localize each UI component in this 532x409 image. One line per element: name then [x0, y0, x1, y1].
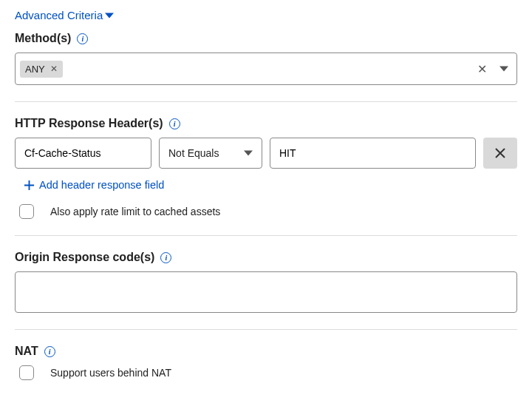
nat-checkbox-label: Support users behind NAT	[50, 367, 171, 379]
header-value-input[interactable]	[270, 138, 476, 169]
nat-checkbox[interactable]	[19, 365, 34, 380]
methods-multiselect[interactable]: ANY ✕ ✕	[15, 53, 517, 85]
nat-section: NAT i Support users behind NAT	[15, 345, 517, 380]
nat-label-row: NAT i	[15, 345, 517, 358]
info-icon[interactable]: i	[44, 346, 55, 357]
methods-section: Method(s) i ANY ✕ ✕	[15, 32, 517, 85]
header-name-input[interactable]	[15, 138, 151, 169]
http-headers-label-row: HTTP Response Header(s) i	[15, 117, 517, 130]
method-tag-label: ANY	[25, 64, 45, 75]
info-icon[interactable]: i	[169, 118, 180, 129]
delete-header-row-button[interactable]	[483, 138, 517, 169]
remove-tag-icon[interactable]: ✕	[50, 64, 58, 74]
http-headers-section: HTTP Response Header(s) i Not Equals Add…	[15, 117, 517, 219]
info-icon[interactable]: i	[160, 252, 171, 263]
caret-down-icon	[499, 64, 508, 73]
origin-codes-section: Origin Response code(s) i	[15, 251, 517, 313]
info-icon[interactable]: i	[77, 33, 88, 44]
caret-down-icon	[244, 149, 253, 158]
header-rule-row: Not Equals	[15, 138, 517, 169]
cached-assets-row: Also apply rate limit to cached assets	[15, 204, 517, 219]
divider	[15, 101, 517, 102]
caret-down-icon	[105, 11, 114, 20]
add-header-field-label: Add header response field	[39, 179, 164, 191]
divider	[15, 235, 517, 236]
cached-assets-checkbox[interactable]	[19, 204, 34, 219]
origin-codes-label-row: Origin Response code(s) i	[15, 251, 517, 264]
origin-codes-input[interactable]	[15, 271, 517, 313]
cached-assets-label: Also apply rate limit to cached assets	[50, 206, 220, 217]
header-operator-value: Not Equals	[168, 147, 219, 159]
clear-all-icon[interactable]: ✕	[473, 62, 491, 76]
advanced-criteria-label: Advanced Criteria	[15, 9, 103, 21]
add-header-field-link[interactable]: Add header response field	[24, 179, 164, 191]
header-operator-select[interactable]: Not Equals	[159, 138, 262, 169]
nat-label: NAT	[15, 345, 38, 358]
http-headers-label: HTTP Response Header(s)	[15, 117, 163, 130]
methods-dropdown-caret[interactable]	[496, 64, 512, 73]
close-icon	[494, 147, 506, 159]
methods-label: Method(s)	[15, 32, 71, 45]
advanced-criteria-toggle[interactable]: Advanced Criteria	[15, 9, 114, 21]
nat-checkbox-row: Support users behind NAT	[15, 365, 517, 380]
divider	[15, 329, 517, 330]
method-tag: ANY ✕	[20, 61, 63, 78]
origin-codes-label: Origin Response code(s)	[15, 251, 154, 264]
plus-icon	[24, 180, 35, 191]
methods-label-row: Method(s) i	[15, 32, 517, 45]
